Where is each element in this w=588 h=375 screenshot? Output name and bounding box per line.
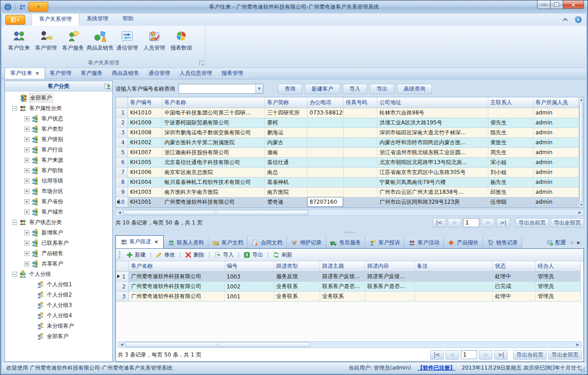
cell[interactable]: 内蒙古医科大学第二附属医院 [162,137,265,147]
close-tab-icon[interactable]: × [154,239,158,245]
info-icon[interactable]: i [575,16,582,23]
cell[interactable]: KH1006 [128,167,162,177]
cell[interactable] [414,272,492,282]
detail-prev-page-button[interactable]: < [446,350,459,360]
cell[interactable]: 桂林市六合路98号 [377,108,488,118]
maximize-button[interactable] [551,0,563,9]
cell[interactable]: 杨先生 [488,177,533,187]
config-button[interactable]: 配置 [547,239,566,247]
table-row[interactable]: 7KH1006南京军区南京总医院南总江苏省南京市玄武区中山东路305号刘小姐ad… [116,167,579,177]
column-header[interactable]: 办公电话 [307,97,343,108]
splitter-handle[interactable] [115,230,584,235]
cell[interactable]: 黄医生 [488,137,533,147]
cell[interactable] [343,167,377,177]
tree-item-customer-city[interactable]: +客户城市 [5,207,112,217]
cell[interactable]: admin [533,197,579,207]
column-header[interactable]: 经办人 [535,261,580,272]
cell[interactable]: 内蒙古呼和浩特市回民区内蒙古医... [377,137,488,147]
cell[interactable]: 管理员 [535,282,580,292]
cell[interactable]: KH1008 [128,128,162,137]
cell[interactable] [307,157,343,167]
cell[interactable]: KH1005 [128,157,162,167]
cell[interactable]: 0733-5881297 [307,108,343,118]
cell[interactable] [365,292,414,302]
tree-item-ungrouped-customers[interactable]: 未分组客户 [5,321,112,331]
tree-expander-icon[interactable]: + [24,168,29,173]
main-first-page-button[interactable]: |< [432,218,446,228]
detail-export-all-button[interactable]: 导出全部页 [548,350,582,360]
close-tab-icon[interactable]: × [35,70,39,76]
main-page-input[interactable] [463,218,479,227]
cell[interactable]: 管理员 [535,272,580,282]
cell[interactable]: 服务反馈 [274,272,320,282]
column-header[interactable]: 客户名称 [162,97,265,108]
doc-tab-report-mgmt[interactable]: 报表管理 [217,68,248,79]
toolbar-delete-button[interactable]: 删除 [183,250,206,260]
tree-item-personal-group-1[interactable]: 个人分组1 [5,279,112,290]
tree-item-customer-industry[interactable]: +客户行业 [5,145,112,155]
cell[interactable]: 广州爱奇迪软件科技有限公司 [129,282,224,292]
cell[interactable] [414,282,492,292]
cell[interactable]: 伍华聪 [488,197,533,207]
cell[interactable]: 柴先生 [488,118,533,128]
tab-scroll-left-icon[interactable]: ◀ [570,240,573,245]
detail-tab-sales-records[interactable]: 销售记录 [483,237,522,248]
cell[interactable]: 北京嘉信仕通电子科技有限公司 [162,157,265,167]
cell[interactable]: 嘉信仕通 [265,157,307,167]
cell[interactable]: admin [533,108,579,118]
ribbon-tab-help[interactable]: 帮助 [115,13,141,26]
main-prev-page-button[interactable]: < [448,218,461,228]
cell[interactable]: admin [533,157,579,167]
cell[interactable]: admin [533,177,579,187]
cell[interactable]: KH1009 [128,118,162,128]
cell[interactable]: 爱奇迪 [265,197,307,207]
cell[interactable]: 联系客户是否... [320,282,365,292]
table-row[interactable]: 2KH1009宁波赛柯国际贸易有限公司赛柯洪塘工业A区洪大路195号柴先生adm… [116,118,579,128]
cell[interactable] [307,118,343,128]
cell[interactable]: 鹏海运 [265,128,307,137]
toolbar-modify-button[interactable]: 修改 [154,250,177,260]
table-row[interactable]: 1广州爱奇迪软件科技有限公司1003服务反馈跟进客户反馈...跟进客户反馈...… [116,272,580,282]
table-row[interactable]: 4KH1002内蒙古医科大学第二附属医院内蒙古内蒙古呼和浩特市回民区内蒙古医..… [116,137,579,147]
cell[interactable]: 南京军区南京总医院 [162,167,265,177]
dialog-launcher-icon[interactable] [199,61,204,65]
tree-item-customer-province[interactable]: +客户省份 [5,197,112,207]
cell[interactable]: KH1007 [128,147,162,157]
toolbar-import-button[interactable]: 导入 [212,250,235,260]
vertical-scroll-thumb[interactable] [579,102,583,202]
tree-expander-icon[interactable]: + [24,189,29,194]
cell[interactable] [307,137,343,147]
tree-item-shared-customers[interactable]: +共享客户 [5,259,112,269]
cell[interactable]: 广州爱奇迪软件科技有限公司 [129,292,224,302]
table-row[interactable]: 9KH1003南方医科大学南方医院南方医院广州市白云区广州大道北1838号...… [116,187,579,197]
tree-item-market-region[interactable]: +市场分区 [5,186,112,197]
column-header[interactable]: 客户编号 [128,97,162,108]
tree-item-contacted-customers[interactable]: +已联系客户 [5,238,112,248]
cell[interactable]: KH1002 [128,137,162,147]
tree-expander-icon[interactable]: − [12,272,17,277]
tree-item-customer-stage[interactable]: +客户阶段 [5,165,112,176]
table-row[interactable]: 6KH1005北京嘉信仕通电子科技有限公司嘉信仕通北京市朝阳区北苑路甲13号院北… [116,157,579,167]
tree-expander-icon[interactable]: − [12,106,17,111]
main-export-current-button[interactable]: 导出当前页 [515,218,549,228]
doc-tab-personnel-info[interactable]: 人员信息管理 [175,68,217,79]
new-customer-button[interactable]: 新建客户 [305,84,340,94]
cell[interactable]: 浙江省温州市瓯北镇东瓯工业区园... [377,147,488,157]
table-row[interactable]: 3广州爱奇迪软件科技有限公司1001业务联系业务联系处理中管理员 [116,292,580,302]
horizontal-scroll-thumb[interactable] [125,342,310,347]
tree-item-status-category[interactable]: −客户状态分类 [5,217,112,228]
scroll-right-icon[interactable]: ▶ [574,342,581,348]
column-header[interactable]: 状态 [492,261,535,272]
main-export-all-button[interactable]: 导出全部页 [551,218,584,228]
registered-link[interactable]: 【软件已注册】 [418,364,455,372]
cell[interactable]: 广州市白云区广州大道北1838号... [377,187,488,197]
detail-tab-product-quotes[interactable]: 产品报价 [444,237,483,248]
tree-expander-icon[interactable]: + [24,230,29,235]
tree-expander-icon[interactable]: + [24,158,29,163]
tree-expander-icon[interactable]: + [24,261,29,266]
tree-expander-icon[interactable]: + [24,127,29,132]
cell[interactable]: 1003 [224,272,274,282]
tree-item-new-customers[interactable]: +新增客户 [5,228,112,238]
column-header[interactable]: 客户所属人员 [533,97,579,108]
export-button[interactable]: 导出 [370,84,394,94]
